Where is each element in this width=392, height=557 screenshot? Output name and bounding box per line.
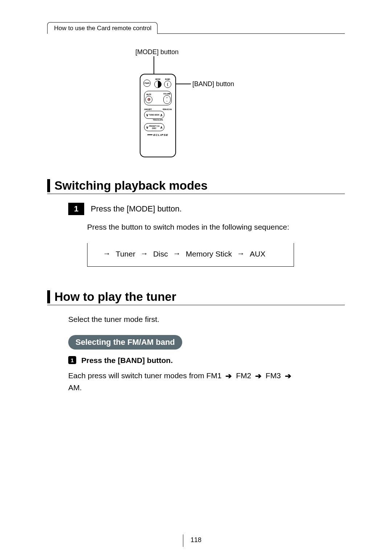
mode-sequence-row: → Tuner → Disc → Memory Stick → AUX → xyxy=(98,250,283,258)
flow-item: Disc xyxy=(153,250,168,258)
heading-bar-icon xyxy=(47,290,50,303)
substep-number: 1 xyxy=(68,356,76,364)
mute-button-icon: 🔇 xyxy=(145,96,152,103)
arrow-right-icon: → xyxy=(103,249,111,258)
brand-logo: ECLIPSE xyxy=(143,133,172,137)
heading-bar-icon xyxy=(47,179,50,192)
preset-rocker-icon: ∨ PRESET CH DISC ∧ xyxy=(144,123,164,131)
pwr-button-icon: PWR xyxy=(143,80,151,87)
arrow-right-icon: ➔ xyxy=(255,372,262,380)
flow-item: Memory Stick xyxy=(186,250,232,258)
breadcrumb: How to use the Card remote control xyxy=(47,22,158,34)
step-row-1: 1 Press the [MODE] button. xyxy=(68,203,345,215)
mode-button-icon xyxy=(154,81,162,88)
tuner-intro: Select the tuner mode first. xyxy=(68,314,345,325)
preset-group: ∨ PRESET CH DISC ∧ xyxy=(144,123,172,131)
arrow-right-icon: ➔ xyxy=(225,372,232,380)
arrow-right-icon: → xyxy=(173,249,181,258)
volume-label: VOLUME xyxy=(163,93,171,95)
substep-row: 1 Press the [BAND] button. xyxy=(68,356,345,365)
arrow-right-icon: ➔ xyxy=(285,372,291,380)
tuner-mode-note: Each press will switch tuner modes from … xyxy=(68,370,322,393)
arrow-right-icon: → xyxy=(237,249,245,258)
band-button-icon: ( xyxy=(164,81,171,88)
volume-rocker-icon: ＋− xyxy=(163,95,171,104)
remote-control-icon: PWR MODE BAND ( MUTE 🔇 xyxy=(140,74,176,157)
mode-label: MODE xyxy=(153,78,163,80)
page-number-divider xyxy=(183,534,183,547)
remote-diagram: [MODE] button [BAND] button PWR MODE BAN… xyxy=(47,48,345,165)
track-aps-label: TRACK·APS xyxy=(144,119,172,121)
page: How to use the Card remote control [MODE… xyxy=(0,0,392,557)
heading-text: Switching playback modes xyxy=(54,179,208,192)
substep-instruction: Press the [BAND] button. xyxy=(81,356,173,365)
body-paragraph: Press the button to switch modes in the … xyxy=(87,222,345,233)
flow-item: Tuner xyxy=(116,250,135,258)
page-number: 118 xyxy=(191,536,201,544)
band-callout: [BAND] button xyxy=(192,80,234,88)
mode-callout: [MODE] button xyxy=(135,48,179,56)
band-label: BAND xyxy=(163,78,172,80)
flow-item: AUX xyxy=(250,250,265,258)
section-heading-switching: Switching playback modes xyxy=(47,179,345,194)
tune-seek-group: AMS·RPTRDN·SCAN ∨ TUNE·SEEK ∧ TRACK·APS xyxy=(144,108,172,121)
section-heading-tuner: How to play the tuner xyxy=(47,290,345,305)
mode-sequence-box: → Tuner → Disc → Memory Stick → AUX → xyxy=(87,243,294,267)
step-instruction: Press the [MODE] button. xyxy=(91,203,182,215)
step-number-box: 1 xyxy=(68,203,84,215)
heading-text: How to play the tuner xyxy=(54,290,176,303)
subsection-pill: Selecting the FM/AM band xyxy=(68,335,182,350)
tune-seek-rocker-icon: ∨ TUNE·SEEK ∧ xyxy=(144,111,164,119)
volume-group: MUTE 🔇 VOLUME ＋− xyxy=(144,91,172,105)
mute-label: MUTE xyxy=(145,93,152,96)
arrow-right-icon: → xyxy=(140,249,148,258)
